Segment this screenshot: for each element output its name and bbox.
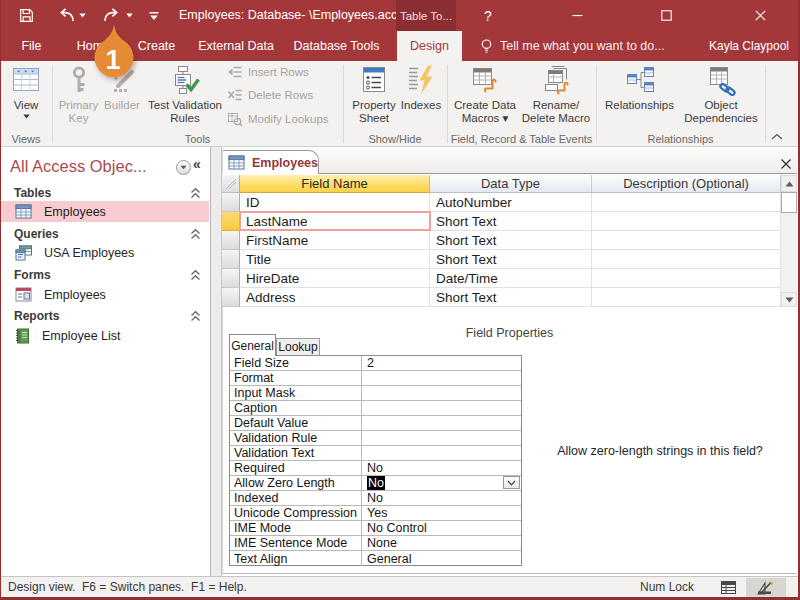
description-cell[interactable] [592, 288, 781, 307]
collapse-ribbon-button[interactable] [770, 132, 784, 141]
nav-section-reports[interactable]: Reports [0, 309, 209, 323]
maximize-button[interactable] [650, 0, 682, 31]
rename-delete-macro-button[interactable]: Rename/ Delete Macro [518, 63, 594, 129]
field-row[interactable]: AddressShort Text [222, 288, 781, 307]
description-cell[interactable] [592, 212, 781, 231]
create-data-macros-button[interactable]: Create Data Macros ▾ [452, 63, 518, 129]
property-row[interactable]: Allow Zero LengthNo [230, 476, 521, 491]
field-row[interactable]: HireDateDate/Time [222, 269, 781, 288]
column-header-description[interactable]: Description (Optional) [592, 175, 781, 193]
close-button[interactable] [744, 0, 776, 31]
nav-item-report-employee-list[interactable]: Employee List [0, 325, 209, 346]
row-selector[interactable] [222, 288, 240, 307]
row-selector[interactable] [222, 212, 240, 231]
property-row[interactable]: IndexedNo [230, 491, 521, 506]
property-tab-general[interactable]: General [229, 334, 276, 356]
indexes-button[interactable]: Indexes [398, 63, 444, 129]
nav-item-query-usa-employees[interactable]: USA Employees [0, 242, 209, 263]
row-selector[interactable] [222, 250, 240, 269]
document-tab-employees[interactable]: Employees [222, 150, 319, 174]
property-row[interactable]: Default Value [230, 416, 521, 431]
property-sheet-button[interactable]: Property Sheet [349, 63, 399, 129]
undo-dropdown[interactable] [79, 0, 86, 31]
test-validation-rules-button[interactable]: Test Validation Rules [142, 63, 228, 129]
row-selector[interactable] [222, 193, 240, 212]
column-header-data-type[interactable]: Data Type [430, 175, 592, 193]
property-value[interactable]: 2 [362, 356, 521, 370]
property-row[interactable]: Validation Rule [230, 431, 521, 446]
property-value[interactable]: No [362, 461, 521, 475]
property-row[interactable]: Validation Text [230, 446, 521, 461]
tab-design[interactable]: Design [397, 31, 462, 61]
field-name-cell[interactable]: FirstName [240, 231, 430, 250]
description-cell[interactable] [592, 269, 781, 288]
datasheet-view-button[interactable] [714, 578, 742, 597]
view-button[interactable]: View [6, 63, 46, 129]
data-type-cell[interactable]: Short Text [430, 231, 592, 250]
property-value[interactable]: Yes [362, 506, 521, 520]
object-dependencies-button[interactable]: Object Dependencies [679, 63, 763, 129]
field-row[interactable]: IDAutoNumber [222, 193, 781, 212]
property-dropdown-button[interactable] [503, 476, 520, 489]
field-row[interactable]: TitleShort Text [222, 250, 781, 269]
property-row[interactable]: Field Size2 [230, 356, 521, 371]
save-button[interactable] [19, 0, 34, 31]
property-row[interactable]: RequiredNo [230, 461, 521, 476]
tellme-box[interactable]: Tell me what you want to do... [500, 31, 665, 61]
property-row[interactable]: Unicode CompressionYes [230, 506, 521, 521]
shutter-bar-close-button[interactable]: « [193, 156, 200, 172]
property-value[interactable]: General [362, 551, 521, 566]
tab-create[interactable]: Create [135, 31, 178, 61]
nav-section-forms[interactable]: Forms [0, 268, 209, 282]
nav-item-form-employees[interactable]: Employees [0, 284, 209, 305]
scroll-up-button[interactable] [781, 175, 797, 192]
field-name-cell[interactable]: ID [240, 193, 430, 212]
property-value[interactable] [362, 386, 521, 400]
data-type-cell[interactable]: Date/Time [430, 269, 592, 288]
property-value[interactable] [362, 401, 521, 415]
undo-button[interactable] [57, 0, 75, 31]
document-close-button[interactable] [780, 158, 792, 170]
field-name-cell[interactable]: HireDate [240, 269, 430, 288]
property-row[interactable]: Caption [230, 401, 521, 416]
property-row[interactable]: Format [230, 371, 521, 386]
field-row[interactable]: FirstNameShort Text [222, 231, 781, 250]
row-selector[interactable] [222, 269, 240, 288]
scroll-down-button[interactable] [781, 292, 797, 307]
data-type-cell[interactable]: Short Text [430, 288, 592, 307]
field-name-cell[interactable]: Address [240, 288, 430, 307]
delete-rows-button[interactable]: Delete Rows [227, 85, 342, 105]
navigation-pane-title[interactable]: All Access Objec... [10, 157, 174, 176]
modify-lookups-button[interactable]: Modify Lookups [227, 109, 342, 129]
description-cell[interactable] [592, 231, 781, 250]
row-selector[interactable] [222, 231, 240, 250]
property-value[interactable]: No [362, 476, 521, 490]
insert-rows-button[interactable]: Insert Rows [227, 62, 342, 82]
property-value[interactable] [362, 416, 521, 430]
field-name-cell[interactable]: Title [240, 250, 430, 269]
design-view-button[interactable] [746, 578, 786, 597]
navigation-pane-menu-button[interactable] [176, 160, 191, 175]
property-value[interactable]: No [362, 491, 521, 505]
tab-database-tools[interactable]: Database Tools [292, 31, 381, 61]
field-row[interactable]: LastNameShort Text [222, 212, 781, 231]
data-type-cell[interactable]: AutoNumber [430, 193, 592, 212]
nav-section-queries[interactable]: Queries [0, 227, 209, 241]
property-row[interactable]: Input Mask [230, 386, 521, 401]
customize-qat-button[interactable] [149, 0, 159, 31]
property-row[interactable]: IME Sentence ModeNone [230, 536, 521, 551]
minimize-button[interactable] [561, 0, 593, 31]
data-type-cell[interactable]: Short Text [430, 250, 592, 269]
grid-corner-cell[interactable] [222, 175, 240, 193]
field-name-cell[interactable]: LastName [240, 212, 430, 231]
scrollbar-thumb[interactable] [781, 192, 797, 213]
property-value[interactable] [362, 446, 521, 460]
grid-scrollbar[interactable] [781, 175, 797, 307]
tab-file[interactable]: File [15, 31, 48, 61]
property-row[interactable]: IME ModeNo Control [230, 521, 521, 536]
account-name[interactable]: Kayla Claypool [709, 31, 789, 61]
property-value[interactable] [362, 371, 521, 385]
column-header-field-name[interactable]: Field Name [240, 175, 430, 193]
tab-external-data[interactable]: External Data [197, 31, 275, 61]
description-cell[interactable] [592, 250, 781, 269]
